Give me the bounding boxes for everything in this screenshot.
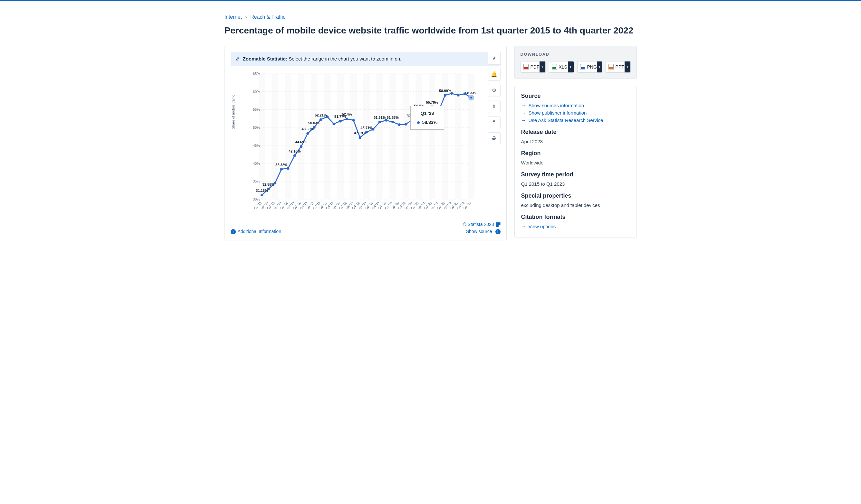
- chart-area[interactable]: Share of mobile traffic 30%35%40%45%50%5…: [236, 70, 500, 219]
- svg-point-38: [293, 154, 296, 157]
- meta-heading: Special properties: [521, 193, 630, 199]
- xls-icon: [552, 64, 557, 70]
- publisher-link[interactable]: →Show publisher information: [521, 110, 630, 115]
- citation-link[interactable]: →View options: [521, 224, 630, 229]
- svg-point-45: [339, 120, 341, 122]
- page-title: Percentage of mobile device website traf…: [224, 25, 637, 37]
- svg-text:32.85%: 32.85%: [262, 182, 274, 186]
- meta-value: Worldwide: [521, 160, 630, 165]
- ppt-icon: [609, 64, 614, 70]
- favorite-button[interactable]: ★: [488, 52, 501, 65]
- chart-card: ⤢ Zoomable Statistic: Select the range i…: [224, 46, 507, 241]
- download-xls-button[interactable]: XLS+: [549, 61, 574, 73]
- svg-point-36: [280, 168, 283, 170]
- svg-text:58.99%: 58.99%: [439, 89, 451, 93]
- flag-icon: [496, 222, 501, 227]
- zoom-hint: ⤢ Zoomable Statistic: Select the range i…: [231, 52, 501, 66]
- svg-text:47.19%: 47.19%: [354, 131, 366, 135]
- svg-rect-10: [390, 74, 396, 199]
- svg-rect-6: [337, 74, 343, 199]
- breadcrumb: Internet › Reach & Traffic: [224, 14, 637, 20]
- svg-point-48: [358, 136, 361, 139]
- svg-text:48.71%: 48.71%: [360, 126, 373, 129]
- svg-point-54: [398, 123, 400, 126]
- pdf-icon: [523, 64, 529, 70]
- copyright-link[interactable]: © Statista 2023: [463, 222, 494, 227]
- svg-point-65: [469, 96, 473, 99]
- svg-point-44: [332, 123, 335, 125]
- svg-rect-11: [402, 74, 409, 199]
- download-pdf-button[interactable]: PDF+: [521, 61, 546, 73]
- svg-point-42: [319, 118, 322, 121]
- svg-point-63: [457, 94, 459, 97]
- breadcrumb-link[interactable]: Reach & Traffic: [250, 14, 285, 19]
- png-icon: [580, 64, 585, 70]
- svg-text:52.21%: 52.21%: [315, 113, 327, 117]
- svg-point-55: [404, 123, 407, 126]
- svg-text:65%: 65%: [252, 72, 260, 75]
- download-heading: DOWNLOAD: [521, 52, 631, 57]
- svg-text:31.16%: 31.16%: [256, 188, 268, 193]
- svg-text:45%: 45%: [252, 143, 260, 148]
- svg-point-47: [352, 119, 355, 122]
- meta-heading: Region: [521, 150, 630, 157]
- svg-rect-12: [415, 74, 422, 199]
- svg-rect-9: [376, 74, 383, 199]
- svg-text:38.38%: 38.38%: [275, 163, 288, 166]
- source-link[interactable]: →Show sources information: [521, 103, 630, 108]
- svg-point-40: [306, 132, 309, 135]
- svg-text:55.78%: 55.78%: [426, 100, 438, 104]
- meta-heading: Release date: [521, 129, 630, 136]
- source-heading: Source: [521, 93, 630, 99]
- svg-point-51: [378, 121, 381, 123]
- svg-rect-15: [455, 74, 461, 199]
- svg-rect-13: [428, 74, 435, 199]
- svg-rect-5: [324, 74, 330, 199]
- svg-point-61: [443, 94, 446, 97]
- svg-text:Q1 '23: Q1 '23: [463, 201, 472, 210]
- expand-icon: ⤢: [235, 56, 240, 62]
- download-png-button[interactable]: PNG+: [577, 61, 602, 73]
- svg-text:51.53%: 51.53%: [386, 115, 399, 120]
- svg-text:51.51%: 51.51%: [373, 115, 385, 120]
- citation-heading: Citation formats: [521, 214, 630, 221]
- svg-text:52.4%: 52.4%: [342, 112, 352, 116]
- svg-rect-8: [363, 74, 369, 199]
- y-axis-label: Share of mobile traffic: [231, 95, 235, 129]
- chart-tooltip: Q1 '23 58.33%: [410, 106, 444, 130]
- breadcrumb-link[interactable]: Internet: [224, 14, 242, 19]
- svg-point-53: [391, 121, 394, 123]
- svg-rect-3: [298, 74, 304, 199]
- svg-rect-2: [285, 74, 291, 199]
- svg-text:44.69%: 44.69%: [295, 140, 307, 144]
- meta-value: Q1 2015 to Q1 2023: [521, 181, 630, 187]
- svg-text:35%: 35%: [252, 179, 260, 183]
- svg-point-39: [300, 145, 302, 148]
- svg-text:55%: 55%: [252, 108, 260, 111]
- svg-point-37: [287, 167, 289, 170]
- svg-rect-4: [311, 74, 317, 199]
- research-link[interactable]: →Use Ask Statista Research Service: [521, 117, 630, 123]
- svg-text:40%: 40%: [252, 161, 260, 165]
- svg-rect-7: [350, 74, 357, 199]
- download-panel: DOWNLOAD PDF+ XLS+ PNG+ PPT+: [515, 46, 637, 79]
- svg-text:50%: 50%: [252, 126, 260, 129]
- meta-heading: Survey time period: [521, 171, 630, 178]
- svg-text:42.16%: 42.16%: [288, 149, 301, 153]
- meta-value: excluding desktop and tablet devices: [521, 202, 630, 208]
- svg-text:30%: 30%: [252, 197, 260, 201]
- svg-text:58.33%: 58.33%: [465, 91, 477, 95]
- additional-info-link[interactable]: iAdditional Information: [231, 229, 281, 234]
- meta-value: April 2023: [521, 139, 630, 144]
- show-source-link[interactable]: Show source i: [466, 229, 501, 234]
- svg-rect-1: [272, 74, 278, 199]
- info-panel: Source →Show sources information →Show p…: [515, 86, 637, 238]
- svg-text:48.33%: 48.33%: [301, 127, 314, 131]
- svg-text:50.03%: 50.03%: [308, 121, 320, 125]
- svg-point-33: [261, 194, 263, 196]
- download-ppt-button[interactable]: PPT+: [605, 61, 631, 73]
- svg-text:60%: 60%: [252, 90, 260, 94]
